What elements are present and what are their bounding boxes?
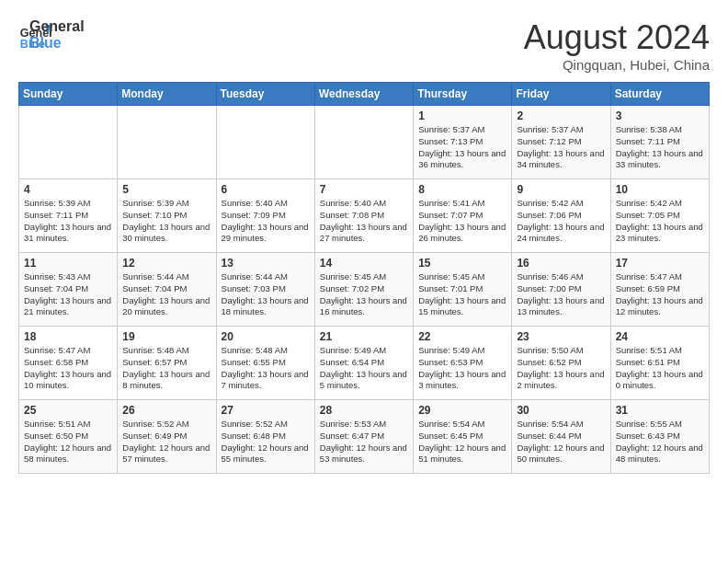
day-number: 5 [122,183,210,196]
day-number: 12 [122,257,210,270]
day-info: Sunrise: 5:55 AM Sunset: 6:43 PM Dayligh… [616,419,704,465]
day-info: Sunrise: 5:39 AM Sunset: 7:10 PM Dayligh… [122,198,210,245]
calendar-week-2: 4Sunrise: 5:39 AM Sunset: 7:11 PM Daylig… [19,179,710,253]
day-info: Sunrise: 5:37 AM Sunset: 7:13 PM Dayligh… [418,124,506,171]
day-info: Sunrise: 5:54 AM Sunset: 6:44 PM Dayligh… [517,419,605,465]
day-number: 2 [517,109,605,122]
day-info: Sunrise: 5:37 AM Sunset: 7:12 PM Dayligh… [517,124,605,171]
calendar-cell: 17Sunrise: 5:47 AM Sunset: 6:59 PM Dayli… [610,253,709,327]
day-number: 1 [418,109,506,122]
day-number: 28 [320,404,408,417]
day-info: Sunrise: 5:51 AM Sunset: 6:51 PM Dayligh… [616,345,704,392]
day-info: Sunrise: 5:44 AM Sunset: 7:03 PM Dayligh… [222,271,310,318]
calendar-week-3: 11Sunrise: 5:43 AM Sunset: 7:04 PM Dayli… [19,253,710,327]
day-info: Sunrise: 5:43 AM Sunset: 7:04 PM Dayligh… [24,271,112,318]
day-number: 23 [517,330,605,343]
day-info: Sunrise: 5:41 AM Sunset: 7:07 PM Dayligh… [418,198,506,245]
calendar-header-row: SundayMondayTuesdayWednesdayThursdayFrid… [19,83,710,106]
day-info: Sunrise: 5:40 AM Sunset: 7:08 PM Dayligh… [320,198,408,245]
month-title: August 2024 [524,18,710,57]
day-number: 24 [616,330,704,343]
calendar-cell [19,106,118,179]
day-number: 25 [24,404,112,417]
calendar-cell: 31Sunrise: 5:55 AM Sunset: 6:43 PM Dayli… [610,400,709,474]
day-number: 14 [320,257,408,270]
day-info: Sunrise: 5:48 AM Sunset: 6:55 PM Dayligh… [222,345,310,392]
calendar-cell: 12Sunrise: 5:44 AM Sunset: 7:04 PM Dayli… [118,253,216,327]
day-number: 18 [24,330,112,343]
calendar-cell: 27Sunrise: 5:52 AM Sunset: 6:48 PM Dayli… [216,400,314,474]
calendar-cell: 11Sunrise: 5:43 AM Sunset: 7:04 PM Dayli… [19,253,118,327]
day-info: Sunrise: 5:45 AM Sunset: 7:02 PM Dayligh… [320,271,408,318]
header-sunday: Sunday [19,83,118,106]
day-info: Sunrise: 5:48 AM Sunset: 6:57 PM Dayligh… [122,345,210,392]
header-tuesday: Tuesday [216,83,314,106]
day-number: 7 [320,183,408,196]
calendar-cell: 29Sunrise: 5:54 AM Sunset: 6:45 PM Dayli… [414,400,512,474]
day-info: Sunrise: 5:46 AM Sunset: 7:00 PM Dayligh… [517,271,605,318]
header-thursday: Thursday [414,83,512,106]
calendar-week-4: 18Sunrise: 5:47 AM Sunset: 6:58 PM Dayli… [19,327,710,400]
calendar-cell: 3Sunrise: 5:38 AM Sunset: 7:11 PM Daylig… [610,106,709,179]
calendar-cell: 10Sunrise: 5:42 AM Sunset: 7:05 PM Dayli… [610,179,709,253]
header-friday: Friday [512,83,610,106]
calendar-cell: 23Sunrise: 5:50 AM Sunset: 6:52 PM Dayli… [512,327,610,400]
header-saturday: Saturday [610,83,709,106]
day-number: 4 [24,183,112,196]
calendar-cell: 25Sunrise: 5:51 AM Sunset: 6:50 PM Dayli… [19,400,118,474]
day-number: 9 [517,183,605,196]
day-info: Sunrise: 5:44 AM Sunset: 7:04 PM Dayligh… [122,271,210,318]
day-info: Sunrise: 5:51 AM Sunset: 6:50 PM Dayligh… [24,419,112,465]
calendar-cell: 13Sunrise: 5:44 AM Sunset: 7:03 PM Dayli… [216,253,314,327]
day-number: 11 [24,257,112,270]
calendar-cell: 4Sunrise: 5:39 AM Sunset: 7:11 PM Daylig… [19,179,118,253]
day-number: 29 [418,404,506,417]
day-number: 27 [222,404,310,417]
calendar-cell: 19Sunrise: 5:48 AM Sunset: 6:57 PM Dayli… [118,327,216,400]
day-number: 13 [222,257,310,270]
calendar-cell: 15Sunrise: 5:45 AM Sunset: 7:01 PM Dayli… [414,253,512,327]
calendar-table: SundayMondayTuesdayWednesdayThursdayFrid… [18,82,710,474]
day-info: Sunrise: 5:47 AM Sunset: 6:59 PM Dayligh… [616,271,704,318]
day-number: 31 [616,404,704,417]
logo-blue: Blue [29,35,85,52]
logo: General Blue General Blue [18,18,85,52]
day-info: Sunrise: 5:54 AM Sunset: 6:45 PM Dayligh… [418,419,506,465]
day-number: 22 [418,330,506,343]
day-info: Sunrise: 5:42 AM Sunset: 7:06 PM Dayligh… [517,198,605,245]
day-number: 16 [517,257,605,270]
calendar-cell: 20Sunrise: 5:48 AM Sunset: 6:55 PM Dayli… [216,327,314,400]
logo-general: General [29,18,85,35]
calendar-cell [314,106,413,179]
day-info: Sunrise: 5:45 AM Sunset: 7:01 PM Dayligh… [418,271,506,318]
day-info: Sunrise: 5:50 AM Sunset: 6:52 PM Dayligh… [517,345,605,392]
calendar-cell: 14Sunrise: 5:45 AM Sunset: 7:02 PM Dayli… [314,253,413,327]
day-info: Sunrise: 5:52 AM Sunset: 6:49 PM Dayligh… [122,419,210,465]
day-info: Sunrise: 5:40 AM Sunset: 7:09 PM Dayligh… [222,198,310,245]
calendar-cell: 16Sunrise: 5:46 AM Sunset: 7:00 PM Dayli… [512,253,610,327]
day-number: 19 [122,330,210,343]
day-number: 30 [517,404,605,417]
day-number: 8 [418,183,506,196]
calendar-cell: 2Sunrise: 5:37 AM Sunset: 7:12 PM Daylig… [512,106,610,179]
calendar-cell [216,106,314,179]
calendar-cell: 9Sunrise: 5:42 AM Sunset: 7:06 PM Daylig… [512,179,610,253]
calendar-cell: 28Sunrise: 5:53 AM Sunset: 6:47 PM Dayli… [314,400,413,474]
day-info: Sunrise: 5:53 AM Sunset: 6:47 PM Dayligh… [320,419,408,465]
day-number: 3 [616,109,704,122]
day-info: Sunrise: 5:49 AM Sunset: 6:54 PM Dayligh… [320,345,408,392]
day-info: Sunrise: 5:42 AM Sunset: 7:05 PM Dayligh… [616,198,704,245]
calendar-cell: 30Sunrise: 5:54 AM Sunset: 6:44 PM Dayli… [512,400,610,474]
day-number: 6 [222,183,310,196]
page-header: General Blue General Blue August 2024 Qi… [18,18,710,73]
calendar-cell [118,106,216,179]
header-wednesday: Wednesday [314,83,413,106]
day-info: Sunrise: 5:39 AM Sunset: 7:11 PM Dayligh… [24,198,112,245]
calendar-week-5: 25Sunrise: 5:51 AM Sunset: 6:50 PM Dayli… [19,400,710,474]
calendar-cell: 7Sunrise: 5:40 AM Sunset: 7:08 PM Daylig… [314,179,413,253]
day-number: 17 [616,257,704,270]
day-info: Sunrise: 5:47 AM Sunset: 6:58 PM Dayligh… [24,345,112,392]
calendar-week-1: 1Sunrise: 5:37 AM Sunset: 7:13 PM Daylig… [19,106,710,179]
day-info: Sunrise: 5:49 AM Sunset: 6:53 PM Dayligh… [418,345,506,392]
calendar-cell: 22Sunrise: 5:49 AM Sunset: 6:53 PM Dayli… [414,327,512,400]
